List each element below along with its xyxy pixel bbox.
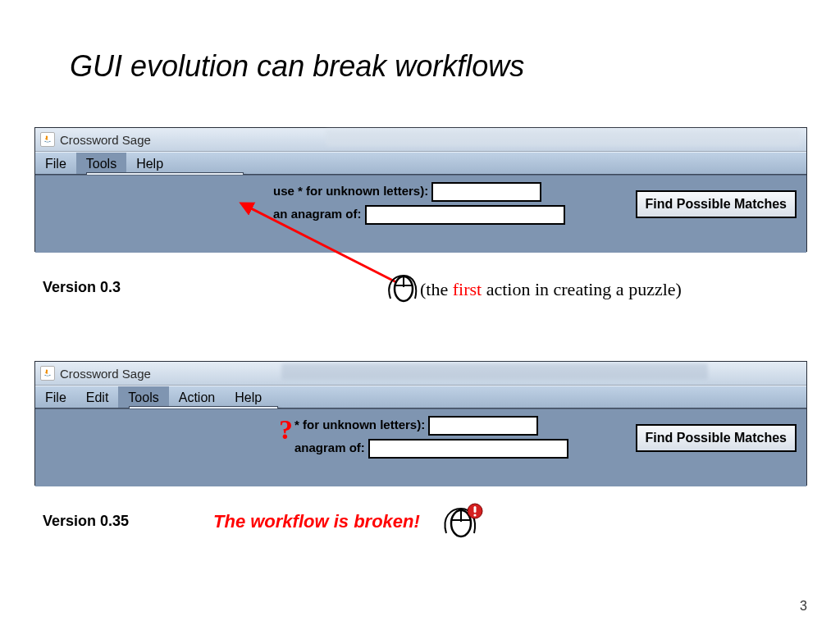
workflow-broken-annotation: The workflow is broken! (213, 511, 420, 532)
menu-file[interactable]: File (35, 153, 76, 174)
svg-point-9 (473, 514, 476, 516)
anagram-input[interactable] (365, 205, 565, 225)
titlebar: Crossword Sage (35, 128, 806, 152)
toolbar-row: use * for unknown letters): an anagram o… (35, 175, 806, 253)
version-label-035: Version 0.35 (43, 513, 129, 530)
menu-help[interactable]: Help (225, 386, 272, 408)
menubar: File Edit Tools Action Help (35, 386, 806, 409)
question-mark-annotation: ? (279, 414, 293, 445)
window-title: Crossword Sage (60, 133, 151, 147)
unknown-letters-input[interactable] (431, 182, 541, 202)
find-possible-matches-button[interactable]: Find Possible Matches (636, 190, 797, 218)
menu-action[interactable]: Action (169, 386, 225, 408)
unknown-letters-input[interactable] (428, 416, 538, 436)
find-possible-matches-button[interactable]: Find Possible Matches (636, 424, 797, 452)
menu-help[interactable]: Help (126, 153, 173, 174)
hint-anagram: an anagram of: (273, 207, 362, 221)
menu-edit[interactable]: Edit (76, 386, 119, 408)
page-number: 3 (800, 599, 807, 614)
svg-rect-8 (474, 506, 477, 513)
titlebar: Crossword Sage (35, 362, 806, 386)
app-window-v035: Crossword Sage File Edit Tools Action He… (34, 361, 807, 486)
menubar: File Tools Help (35, 152, 806, 175)
version-label-03: Version 0.3 (43, 279, 121, 296)
menu-file[interactable]: File (35, 386, 76, 408)
mouse-alert-icon (441, 502, 484, 543)
window-title: Crossword Sage (60, 367, 151, 381)
mouse-icon (386, 271, 422, 307)
hint-unknown-letters: * for unknown letters): (294, 418, 425, 431)
menu-tools[interactable]: Tools (118, 386, 168, 408)
anagram-input[interactable] (368, 439, 568, 459)
java-icon (40, 366, 55, 381)
hint-unknown-letters: use * for unknown letters): (273, 184, 428, 198)
hint-anagram: anagram of: (294, 441, 365, 454)
app-window-v03: Crossword Sage File Tools Help Solve New… (34, 127, 807, 252)
slide-title: GUI evolution can break workflows (70, 49, 524, 84)
titlebar-blur (281, 363, 708, 380)
toolbar-row: * for unknown letters): anagram of: Find… (35, 409, 806, 486)
menu-tools[interactable]: Tools (76, 153, 126, 174)
titlebar-blur (326, 130, 801, 146)
java-icon (40, 132, 55, 147)
first-action-annotation: (the first action in creating a puzzle) (420, 279, 682, 300)
